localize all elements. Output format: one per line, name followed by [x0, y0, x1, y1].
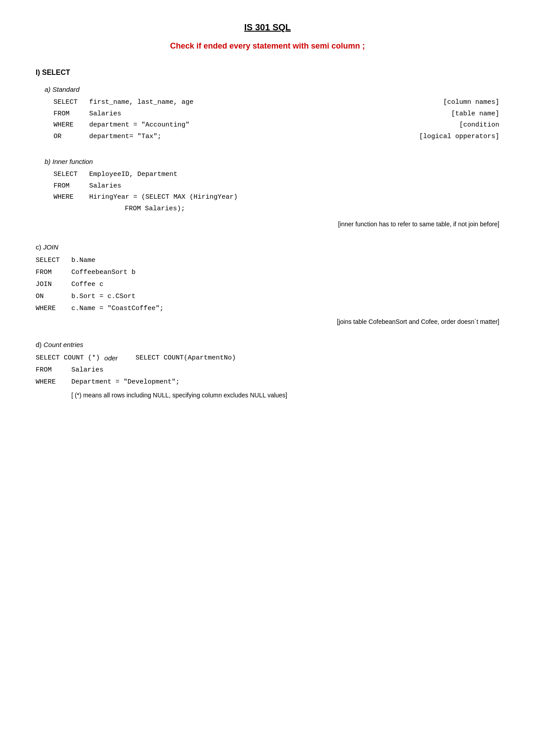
- val-select-star: (*): [84, 352, 100, 364]
- code-row-b-3: WHERE HiringYear = (SELECT MAX (HiringYe…: [54, 192, 499, 203]
- val-d-3: Department = "Development";: [71, 376, 180, 388]
- oder-label: oder: [104, 352, 118, 364]
- code-row-a-4: OR department= "Tax"; [logical opperator…: [54, 131, 499, 143]
- comment-a-2: [table name]: [451, 108, 499, 120]
- kw-from-a: FROM: [54, 108, 89, 120]
- kw-where-d: WHERE: [36, 376, 71, 388]
- note-b: [inner function has to refer to same tab…: [338, 221, 499, 228]
- subsection-b-label: b) Inner function: [45, 158, 499, 165]
- val-select-count-col: SELECT COUNT(ApartmentNo): [136, 352, 236, 364]
- subsection-b: b) Inner function SELECT EmployeeID, Dep…: [36, 158, 499, 228]
- val-c-1: b.Name: [71, 254, 95, 266]
- kw-where-a: WHERE: [54, 119, 89, 131]
- code-row-c-4: ON b.Sort = c.CSort: [36, 290, 499, 302]
- code-row-d-2: FROM Salaries: [36, 364, 499, 376]
- comment-a-4: [logical opperators]: [419, 131, 499, 143]
- subsection-a-label: a) Standard: [45, 86, 499, 93]
- subtitle: Check if ended every statement with semi…: [36, 41, 499, 51]
- kw-on-c: ON: [36, 290, 71, 302]
- val-a-3: department = "Accounting": [89, 119, 450, 131]
- code-row-b-1: SELECT EmployeeID, Department: [54, 169, 499, 180]
- val-b-cont: FROM Salaries);: [125, 203, 499, 215]
- note-d: [ (*) means all rows including NULL, spe…: [71, 390, 287, 401]
- val-c-4: b.Sort = c.CSort: [71, 290, 136, 302]
- code-block-a: SELECT first_name, last_name, age [colum…: [54, 97, 499, 142]
- val-d-2: Salaries: [71, 364, 103, 376]
- kw-select-b: SELECT: [54, 169, 89, 180]
- subsection-d-label: d) Count entries: [36, 341, 499, 348]
- code-block-b: SELECT EmployeeID, Department FROM Salar…: [54, 169, 499, 214]
- code-row-c-5: WHERE c.Name = "CoastCoffee";: [36, 302, 499, 315]
- code-row-c-1: SELECT b.Name: [36, 254, 499, 266]
- code-block-c: SELECT b.Name FROM CoffeebeanSort b JOIN…: [36, 254, 499, 315]
- val-b-1: EmployeeID, Department: [89, 169, 499, 180]
- code-row-b-cont: FROM Salaries);: [54, 203, 499, 215]
- val-c-2: CoffeebeanSort b: [71, 266, 136, 278]
- kw-where-c: WHERE: [36, 302, 71, 315]
- val-b-3: HiringYear = (SELECT MAX (HiringYear): [89, 192, 499, 203]
- kw-select-c: SELECT: [36, 254, 71, 266]
- code-row-b-2: FROM Salaries: [54, 180, 499, 192]
- code-row-c-3: JOIN Coffee c: [36, 278, 499, 290]
- code-row-a-3: WHERE department = "Accounting" [conditi…: [54, 119, 499, 131]
- code-row-d-3: WHERE Department = "Development";: [36, 376, 499, 388]
- subsection-c-label: c) JOIN: [36, 243, 499, 251]
- code-row-a-1: SELECT first_name, last_name, age [colum…: [54, 97, 499, 108]
- section-1-header: I) SELECT: [36, 69, 499, 77]
- code-row-a-2: FROM Salaries [table name]: [54, 108, 499, 120]
- kw-or-a: OR: [54, 131, 89, 143]
- val-a-1: first_name, last_name, age: [89, 97, 434, 108]
- comment-a-3: [condition: [459, 119, 499, 131]
- val-b-2: Salaries: [89, 180, 499, 192]
- subsection-c: c) JOIN SELECT b.Name FROM CoffeebeanSor…: [36, 243, 499, 325]
- val-a-2: Salaries: [89, 108, 442, 120]
- kw-from-d: FROM: [36, 364, 71, 376]
- val-c-3: Coffee c: [71, 278, 103, 290]
- note-c: [joins table CofebeanSort and Cofee, ord…: [337, 318, 499, 325]
- subsection-d: d) Count entries SELECT COUNT (*) oder S…: [36, 341, 499, 401]
- kw-select-a: SELECT: [54, 97, 89, 108]
- kw-where-b: WHERE: [54, 192, 89, 203]
- code-row-c-2: FROM CoffeebeanSort b: [36, 266, 499, 278]
- code-block-d: SELECT COUNT (*) oder SELECT COUNT(Apart…: [36, 352, 499, 401]
- kw-join-c: JOIN: [36, 278, 71, 290]
- subsection-a: a) Standard SELECT first_name, last_name…: [36, 86, 499, 142]
- page-title: IS 301 SQL: [36, 22, 499, 33]
- code-row-d-select: SELECT COUNT (*) oder SELECT COUNT(Apart…: [36, 352, 499, 364]
- comment-a-1: [column names]: [443, 97, 499, 108]
- kw-select-count: SELECT COUNT: [36, 352, 84, 364]
- code-row-d-note: [ (*) means all rows including NULL, spe…: [36, 390, 499, 401]
- val-a-4: department= "Tax";: [89, 131, 410, 143]
- kw-from-c: FROM: [36, 266, 71, 278]
- val-c-5: c.Name = "CoastCoffee";: [71, 302, 164, 315]
- kw-from-b: FROM: [54, 180, 89, 192]
